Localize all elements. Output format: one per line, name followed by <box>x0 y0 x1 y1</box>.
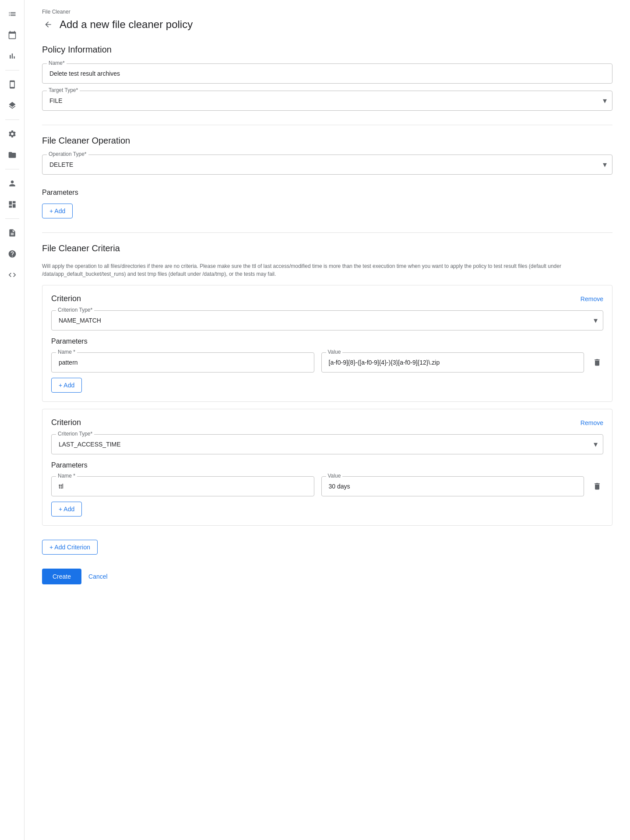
criterion-parameters-title-1: Parameters <box>51 337 603 345</box>
criterion-parameters-section-1: Parameters Name * Value + Add <box>51 337 603 393</box>
parameters-title: Parameters <box>42 189 612 197</box>
target-type-select[interactable]: FILE DIRECTORY <box>42 91 612 110</box>
param-name-input-1-0[interactable] <box>52 353 314 372</box>
param-value-label-1-0: Value <box>326 349 343 355</box>
calendar-icon[interactable] <box>4 26 21 44</box>
divider-policy-operation <box>42 125 612 125</box>
criterion-card-2: Criterion Remove Criterion Type* NAME_MA… <box>42 409 612 526</box>
page-header: Add a new file cleaner policy <box>42 18 612 31</box>
operation-section-title: File Cleaner Operation <box>42 136 612 146</box>
divider-1 <box>5 70 19 70</box>
add-criterion-button[interactable]: + Add Criterion <box>42 540 98 555</box>
dashboard-icon[interactable] <box>4 196 21 213</box>
page-title: Add a new file cleaner policy <box>60 18 193 31</box>
operation-section: File Cleaner Operation Operation Type* D… <box>42 136 612 175</box>
divider-2 <box>5 119 19 120</box>
criterion-type-field-2: Criterion Type* NAME_MATCH LAST_ACCESS_T… <box>51 434 603 454</box>
policy-section-title: Policy Information <box>42 45 612 55</box>
param-name-field-2-0: Name * <box>51 476 314 496</box>
sidebar <box>0 0 25 840</box>
criterion-params-row-2-0: Name * Value <box>51 476 603 496</box>
param-value-field-1-0: Value <box>321 352 584 373</box>
remove-criterion-1-button[interactable]: Remove <box>581 295 603 302</box>
code-icon[interactable] <box>4 266 21 284</box>
create-button[interactable]: Create <box>42 569 81 584</box>
param-value-input-2-0[interactable] <box>322 477 584 496</box>
criterion-type-select-wrapper-2: NAME_MATCH LAST_ACCESS_TIME LAST_MODIFIE… <box>52 435 603 454</box>
parameters-section: Parameters + Add <box>42 189 612 218</box>
person-icon[interactable] <box>4 175 21 192</box>
phone-icon[interactable] <box>4 76 21 93</box>
divider-operation-criteria <box>42 232 612 233</box>
layers-icon[interactable] <box>4 97 21 114</box>
document-icon[interactable] <box>4 224 21 242</box>
help-icon[interactable] <box>4 245 21 263</box>
param-value-field-2-0: Value <box>321 476 584 496</box>
cancel-button[interactable]: Cancel <box>88 573 108 580</box>
add-criterion-param-2-button[interactable]: + Add <box>51 502 82 517</box>
add-parameter-button[interactable]: + Add <box>42 204 73 218</box>
criteria-section: File Cleaner Criteria Will apply the ope… <box>42 243 612 555</box>
param-name-label-2-0: Name * <box>56 473 77 479</box>
criterion-type-select-2[interactable]: NAME_MATCH LAST_ACCESS_TIME LAST_MODIFIE… <box>52 435 603 454</box>
param-name-field-1-0: Name * <box>51 352 314 373</box>
criterion-title-2: Criterion <box>51 418 81 427</box>
operation-type-select[interactable]: DELETE ARCHIVE MOVE <box>42 155 612 174</box>
divider-3 <box>5 169 19 169</box>
criterion-header-2: Criterion Remove <box>51 418 603 427</box>
add-criterion-param-1-button[interactable]: + Add <box>51 378 82 393</box>
divider-4 <box>5 218 19 219</box>
criteria-section-title: File Cleaner Criteria <box>42 243 612 253</box>
name-input[interactable] <box>42 64 612 83</box>
bottom-actions: Create Cancel <box>42 569 612 584</box>
operation-type-field: Operation Type* DELETE ARCHIVE MOVE ▾ <box>42 155 612 175</box>
name-field: Name* <box>42 63 612 84</box>
criteria-info-text: Will apply the operation to all files/di… <box>42 262 612 278</box>
add-criterion-section: + Add Criterion <box>42 533 612 555</box>
list-icon[interactable] <box>4 5 21 23</box>
param-value-label-2-0: Value <box>326 473 343 479</box>
operation-type-select-wrapper: DELETE ARCHIVE MOVE ▾ <box>42 155 612 174</box>
name-label: Name* <box>47 60 67 66</box>
back-button[interactable] <box>42 18 54 31</box>
target-type-field: Target Type* FILE DIRECTORY ▾ <box>42 91 612 111</box>
delete-param-button-1-0[interactable] <box>591 356 603 369</box>
param-name-input-2-0[interactable] <box>52 477 314 496</box>
criterion-card-1: Criterion Remove Criterion Type* NAME_MA… <box>42 285 612 402</box>
main-content: File Cleaner Add a new file cleaner poli… <box>25 0 630 840</box>
folder-icon[interactable] <box>4 146 21 164</box>
criterion-params-row-1-0: Name * Value <box>51 352 603 373</box>
criterion-type-select-wrapper-1: NAME_MATCH LAST_ACCESS_TIME LAST_MODIFIE… <box>52 311 603 330</box>
bar-chart-icon[interactable] <box>4 47 21 65</box>
criterion-parameters-section-2: Parameters Name * Value + Add <box>51 461 603 517</box>
criterion-title-1: Criterion <box>51 294 81 303</box>
criterion-parameters-title-2: Parameters <box>51 461 603 469</box>
delete-param-button-2-0[interactable] <box>591 480 603 492</box>
criterion-type-select-1[interactable]: NAME_MATCH LAST_ACCESS_TIME LAST_MODIFIE… <box>52 311 603 330</box>
param-name-label-1-0: Name * <box>56 349 77 355</box>
policy-information-section: Policy Information Name* Target Type* FI… <box>42 45 612 111</box>
remove-criterion-2-button[interactable]: Remove <box>581 419 603 426</box>
target-type-select-wrapper: FILE DIRECTORY ▾ <box>42 91 612 110</box>
criterion-type-field-1: Criterion Type* NAME_MATCH LAST_ACCESS_T… <box>51 310 603 330</box>
criterion-header-1: Criterion Remove <box>51 294 603 303</box>
breadcrumb: File Cleaner <box>42 9 612 15</box>
param-value-input-1-0[interactable] <box>322 353 584 372</box>
settings-icon[interactable] <box>4 125 21 143</box>
